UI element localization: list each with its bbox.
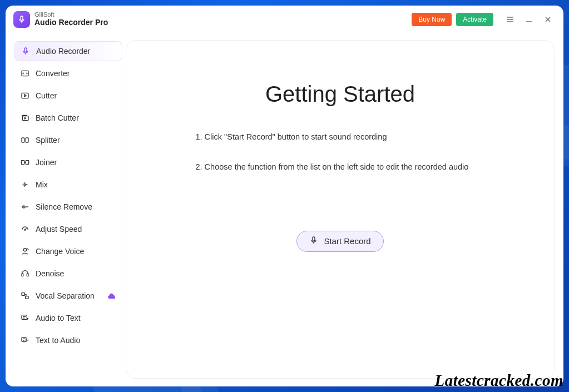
close-button[interactable] bbox=[540, 12, 556, 27]
sidebar-item-audio-to-text[interactable]: Audio to Text bbox=[14, 308, 122, 328]
sidebar-item-denoise[interactable]: Denoise bbox=[14, 264, 122, 284]
sidebar-item-label: Change Voice bbox=[36, 247, 84, 256]
sidebar-item-label: Batch Cutter bbox=[36, 113, 79, 122]
svg-rect-12 bbox=[26, 138, 28, 142]
page-title: Getting Started bbox=[265, 82, 415, 107]
sidebar-item-vocal-separation[interactable]: Vocal Separation bbox=[14, 286, 122, 306]
microphone-icon bbox=[13, 11, 30, 28]
sidebar-item-label: Adjust Speed bbox=[36, 225, 82, 234]
sidebar-item-label: Splitter bbox=[36, 136, 60, 145]
brand-name: GiliSoft bbox=[34, 12, 108, 18]
sidebar-item-converter[interactable]: Converter bbox=[14, 63, 122, 83]
svg-rect-14 bbox=[26, 161, 28, 165]
sidebar-item-label: Audio to Text bbox=[36, 314, 81, 322]
main-content: Getting Started 1. Click "Start Record" … bbox=[122, 33, 563, 386]
sidebar-item-silence-remove[interactable]: Silence Remove bbox=[14, 197, 122, 217]
svg-point-15 bbox=[24, 229, 26, 230]
activate-button[interactable]: Activate bbox=[456, 13, 493, 26]
menu-button[interactable] bbox=[502, 12, 518, 27]
minimize-button[interactable] bbox=[521, 12, 537, 27]
sidebar-item-label: Vocal Separation bbox=[36, 291, 95, 300]
sidebar-item-batch-cutter[interactable]: Batch Cutter bbox=[14, 108, 122, 128]
joiner-icon bbox=[20, 157, 30, 167]
instructions: 1. Click "Start Record" button to start … bbox=[196, 131, 485, 192]
sidebar-item-label: Text to Audio bbox=[36, 336, 80, 345]
sidebar-item-label: Audio Recorder bbox=[36, 47, 90, 56]
start-record-label: Start Record bbox=[324, 236, 370, 246]
sidebar-item-label: Denoise bbox=[36, 269, 64, 278]
sidebar: Audio Recorder Converter Cutter Batch Cu… bbox=[6, 33, 122, 386]
text-to-audio-icon bbox=[20, 335, 30, 345]
svg-rect-17 bbox=[22, 274, 23, 276]
sidebar-item-mix[interactable]: Mix bbox=[14, 175, 122, 195]
svg-rect-7 bbox=[24, 48, 27, 52]
watermark-text: Latestcracked.com bbox=[434, 371, 563, 390]
sidebar-item-label: Cutter bbox=[36, 91, 57, 100]
step-2: 2. Choose the function from the list on … bbox=[196, 161, 485, 172]
microphone-icon bbox=[21, 46, 31, 56]
sidebar-item-label: Mix bbox=[36, 180, 48, 189]
sidebar-item-adjust-speed[interactable]: Adjust Speed bbox=[14, 219, 122, 239]
getting-started-card: Getting Started 1. Click "Start Record" … bbox=[126, 40, 555, 379]
audio-to-text-icon bbox=[20, 313, 30, 323]
sidebar-item-change-voice[interactable]: Change Voice bbox=[14, 241, 122, 261]
sidebar-item-label: Converter bbox=[36, 69, 70, 78]
svg-rect-18 bbox=[27, 274, 28, 276]
svg-rect-23 bbox=[313, 237, 315, 241]
svg-rect-22 bbox=[22, 338, 26, 342]
app-logo: GiliSoft Audio Recorder Pro bbox=[13, 11, 108, 28]
cloud-icon bbox=[107, 292, 117, 300]
sidebar-item-label: Silence Remove bbox=[36, 202, 92, 211]
svg-rect-20 bbox=[26, 296, 28, 299]
splitter-icon bbox=[20, 135, 30, 145]
microphone-icon bbox=[309, 236, 318, 246]
titlebar: GiliSoft Audio Recorder Pro Buy Now Acti… bbox=[6, 6, 563, 33]
sidebar-item-cutter[interactable]: Cutter bbox=[14, 86, 122, 106]
speed-icon bbox=[20, 224, 30, 234]
product-name: Audio Recorder Pro bbox=[34, 18, 108, 27]
sidebar-item-splitter[interactable]: Splitter bbox=[14, 130, 122, 150]
svg-rect-0 bbox=[21, 16, 23, 20]
sidebar-item-text-to-audio[interactable]: Text to Audio bbox=[14, 330, 122, 350]
vocal-separation-icon bbox=[20, 291, 30, 301]
app-window: GiliSoft Audio Recorder Pro Buy Now Acti… bbox=[6, 6, 563, 386]
sidebar-item-audio-recorder[interactable]: Audio Recorder bbox=[14, 41, 122, 61]
sidebar-item-joiner[interactable]: Joiner bbox=[14, 152, 122, 172]
svg-rect-9 bbox=[22, 93, 28, 98]
svg-point-16 bbox=[23, 249, 26, 251]
buy-now-button[interactable]: Buy Now bbox=[412, 13, 452, 26]
sidebar-item-label: Joiner bbox=[36, 158, 57, 167]
svg-rect-11 bbox=[22, 138, 24, 142]
mix-icon bbox=[20, 180, 30, 190]
voice-icon bbox=[20, 246, 30, 256]
cutter-icon bbox=[20, 91, 30, 101]
svg-rect-19 bbox=[22, 293, 24, 296]
batch-cutter-icon bbox=[20, 113, 30, 123]
step-1: 1. Click "Start Record" button to start … bbox=[196, 131, 485, 142]
svg-rect-21 bbox=[22, 315, 27, 320]
svg-rect-13 bbox=[21, 161, 24, 165]
window-controls bbox=[502, 12, 556, 27]
converter-icon bbox=[20, 68, 30, 78]
start-record-button[interactable]: Start Record bbox=[296, 231, 383, 252]
denoise-icon bbox=[20, 269, 30, 279]
silence-remove-icon bbox=[20, 202, 30, 212]
